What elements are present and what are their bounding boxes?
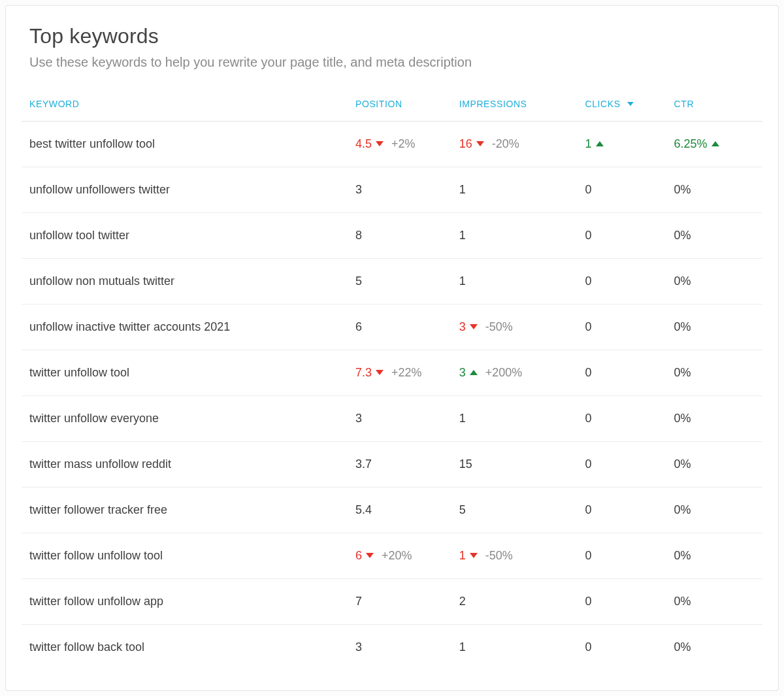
ctr-cell: 0% — [666, 396, 762, 442]
top-keywords-card: Top keywords Use these keywords to help … — [5, 5, 779, 691]
position-metric: 7.3+22% — [355, 366, 422, 380]
impressions-cell: 1-50% — [451, 533, 578, 579]
ctr-metric: 0% — [674, 549, 691, 563]
position-metric: 6+20% — [355, 549, 412, 563]
table-row[interactable]: twitter follow back tool3100% — [22, 625, 762, 661]
clicks-metric: 0 — [585, 640, 591, 654]
impressions-metric: 1 — [459, 274, 466, 288]
impressions-metric: 15 — [459, 457, 472, 471]
ctr-value: 0% — [674, 183, 691, 197]
impressions-value: 3 — [459, 366, 466, 380]
position-cell: 4.5+2% — [348, 122, 451, 167]
position-cell: 3 — [348, 396, 451, 442]
ctr-cell: 6.25% — [666, 122, 762, 167]
table-row[interactable]: twitter unfollow tool7.3+22%3+200%00% — [22, 350, 762, 396]
position-cell: 7 — [348, 579, 451, 625]
impressions-value: 1 — [459, 229, 466, 242]
ctr-metric: 0% — [674, 503, 691, 517]
col-clicks[interactable]: CLICKS — [577, 84, 666, 122]
impressions-value: 1 — [459, 412, 466, 425]
impressions-metric: 3-50% — [459, 320, 513, 334]
table-row[interactable]: twitter follower tracker free5.4500% — [22, 488, 762, 533]
keyword-cell: twitter follow unfollow tool — [22, 533, 348, 579]
clicks-cell: 0 — [577, 533, 666, 579]
clicks-metric: 0 — [585, 366, 591, 380]
clicks-metric: 0 — [585, 457, 591, 471]
ctr-metric: 0% — [674, 274, 691, 288]
ctr-metric: 0% — [674, 412, 691, 425]
position-metric: 6 — [355, 320, 362, 334]
position-cell: 7.3+22% — [348, 350, 451, 396]
position-metric: 5 — [355, 274, 362, 288]
table-row[interactable]: best twitter unfollow tool4.5+2%16-20%16… — [22, 122, 762, 167]
clicks-cell: 0 — [577, 167, 666, 213]
position-metric: 3 — [355, 183, 362, 197]
position-value: 5 — [355, 274, 362, 288]
position-cell: 3.7 — [348, 442, 451, 488]
clicks-value: 0 — [585, 503, 591, 517]
col-ctr[interactable]: CTR — [666, 84, 762, 122]
col-keyword[interactable]: KEYWORD — [22, 84, 348, 122]
ctr-value: 0% — [674, 503, 691, 517]
trend-down-icon — [470, 324, 478, 329]
position-metric: 5.4 — [355, 503, 372, 517]
impressions-value: 16 — [459, 137, 472, 151]
position-value: 3 — [355, 412, 362, 425]
ctr-value: 0% — [674, 549, 691, 563]
impressions-metric: 5 — [459, 503, 466, 517]
clicks-metric: 0 — [585, 549, 591, 563]
ctr-value: 0% — [674, 229, 691, 242]
table-row[interactable]: twitter unfollow everyone3100% — [22, 396, 762, 442]
col-keyword-label: KEYWORD — [29, 99, 80, 109]
clicks-cell: 0 — [577, 259, 666, 305]
impressions-metric: 1 — [459, 183, 466, 197]
clicks-value: 0 — [585, 457, 591, 471]
impressions-value: 5 — [459, 503, 466, 517]
position-metric: 3.7 — [355, 457, 372, 471]
impressions-metric: 1 — [459, 229, 466, 242]
impressions-metric: 1 — [459, 640, 466, 654]
impressions-value: 1 — [459, 274, 466, 288]
col-impressions[interactable]: IMPRESSIONS — [451, 84, 578, 122]
impressions-value: 15 — [459, 457, 472, 471]
impressions-value: 3 — [459, 320, 466, 334]
position-value: 6 — [355, 549, 362, 563]
table-header-row: KEYWORD POSITION IMPRESSIONS CLICKS CTR — [22, 84, 762, 122]
clicks-value: 0 — [585, 274, 591, 288]
clicks-value: 0 — [585, 595, 591, 608]
table-row[interactable]: twitter follow unfollow app7200% — [22, 579, 762, 625]
impressions-delta: -50% — [485, 549, 513, 563]
table-row[interactable]: unfollow unfollowers twitter3100% — [22, 167, 762, 213]
table-row[interactable]: twitter mass unfollow reddit3.71500% — [22, 442, 762, 488]
clicks-metric: 0 — [585, 595, 591, 608]
trend-down-icon — [376, 370, 384, 375]
ctr-metric: 0% — [674, 595, 691, 608]
clicks-cell: 0 — [577, 488, 666, 533]
table-row[interactable]: unfollow inactive twitter accounts 20216… — [22, 305, 762, 350]
keyword-cell: twitter unfollow everyone — [22, 396, 348, 442]
keyword-cell: unfollow unfollowers twitter — [22, 167, 348, 213]
keyword-cell: best twitter unfollow tool — [22, 122, 348, 167]
trend-up-icon — [711, 141, 719, 146]
table-row[interactable]: twitter follow unfollow tool6+20%1-50%00… — [22, 533, 762, 579]
position-cell: 3 — [348, 625, 451, 661]
clicks-value: 1 — [585, 137, 591, 151]
impressions-cell: 1 — [451, 396, 578, 442]
col-position[interactable]: POSITION — [348, 84, 451, 122]
position-metric: 7 — [355, 595, 362, 608]
position-value: 5.4 — [355, 503, 372, 517]
keyword-cell: twitter unfollow tool — [22, 350, 348, 396]
ctr-metric: 6.25% — [674, 137, 721, 151]
table-row[interactable]: unfollow tool twitter8100% — [22, 213, 762, 259]
table-row[interactable]: unfollow non mutuals twitter5100% — [22, 259, 762, 305]
impressions-metric: 16-20% — [459, 137, 519, 151]
position-delta: +2% — [391, 137, 416, 151]
impressions-cell: 3+200% — [451, 350, 578, 396]
ctr-value: 0% — [674, 274, 691, 288]
trend-up-icon — [470, 370, 478, 375]
impressions-cell: 3-50% — [451, 305, 578, 350]
clicks-cell: 0 — [577, 625, 666, 661]
position-cell: 6+20% — [348, 533, 451, 579]
clicks-cell: 1 — [577, 122, 666, 167]
ctr-value: 0% — [674, 640, 691, 654]
